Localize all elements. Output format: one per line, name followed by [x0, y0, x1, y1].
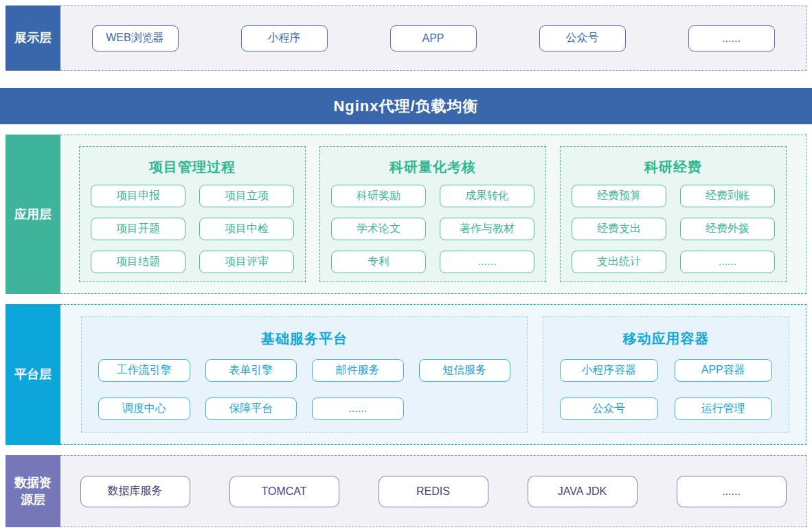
node-java-jdk: JAVA JDK [528, 476, 638, 507]
node-operation-management: 运行管理 [675, 398, 773, 420]
node-form-engine: 表单引擎 [205, 359, 297, 382]
node-database-service: 数据库服务 [80, 476, 190, 507]
node-achievement-transform: 成果转化 [440, 185, 534, 207]
node-mini-program: 小程序 [241, 25, 328, 51]
node-ellipsis: ...... [440, 251, 534, 273]
node-books-textbooks: 著作与教材 [440, 218, 534, 240]
node-workflow-engine: 工作流引擎 [98, 359, 190, 382]
presentation-layer-label: 展示层 [5, 5, 60, 71]
node-expense-statistics: 支出统计 [572, 251, 666, 273]
node-ellipsis: ...... [688, 25, 775, 51]
data-resource-layer-items: 数据库服务 TOMCAT REDIS JAVA JDK ...... [60, 456, 806, 527]
node-project-midcheck: 项目中检 [199, 218, 294, 240]
application-layer-label: 应用层 [5, 135, 60, 294]
group-mobile-container: 移动应用容器 小程序容器 APP容器 公众号 运行管理 [543, 316, 789, 433]
presentation-layer-items: WEB浏览器 小程序 APP 公众号 ...... [60, 6, 806, 70]
group-title: 科研经费 [572, 158, 775, 176]
node-web-browser: WEB浏览器 [92, 25, 179, 51]
node-fund-arrival: 经费到账 [680, 185, 775, 207]
node-project-declare: 项目申报 [91, 185, 185, 207]
node-project-approval: 项目立项 [199, 185, 294, 207]
application-layer-section: 应用层 项目管理过程 项目申报 项目立项 项目开题 项目中检 项目结题 项目评审… [5, 135, 807, 294]
group-title: 项目管理过程 [91, 158, 294, 176]
node-tomcat: TOMCAT [229, 476, 339, 507]
node-ellipsis: ...... [677, 476, 787, 507]
group-basic-services: 基础服务平台 工作流引擎 表单引擎 邮件服务 短信服务 调度中心 保障平台 ..… [81, 316, 528, 433]
group-research-assessment: 科研量化考核 科研奖励 成果转化 学术论文 著作与教材 专利 ...... [319, 146, 546, 282]
node-app-container: APP容器 [675, 359, 773, 382]
group-title: 基础服务平台 [98, 330, 510, 348]
node-research-award: 科研奖励 [331, 185, 426, 207]
node-sms-service: 短信服务 [419, 359, 511, 382]
presentation-layer-section: 展示层 WEB浏览器 小程序 APP 公众号 ...... [5, 5, 807, 71]
node-guarantee-platform: 保障平台 [205, 398, 297, 420]
group-items: 科研奖励 成果转化 学术论文 著作与教材 专利 ...... [331, 185, 534, 273]
node-project-closing: 项目结题 [91, 251, 185, 273]
node-redis: REDIS [379, 476, 488, 507]
architecture-diagram: 展示层 WEB浏览器 小程序 APP 公众号 ...... Nginx代理/负载… [0, 5, 812, 530]
node-fund-transfer: 经费外拨 [680, 218, 775, 240]
node-mail-service: 邮件服务 [312, 359, 404, 382]
node-ellipsis: ...... [312, 398, 404, 420]
node-official-account: 公众号 [539, 25, 626, 51]
node-patent: 专利 [331, 251, 426, 273]
application-layer-groups: 项目管理过程 项目申报 项目立项 项目开题 项目中检 项目结题 项目评审 科研量… [60, 135, 806, 293]
group-items: 经费预算 经费到账 经费支出 经费外拨 支出统计 ...... [572, 185, 775, 273]
node-ellipsis: ...... [680, 251, 775, 273]
nginx-banner: Nginx代理/负载均衡 [0, 88, 812, 124]
group-items: 工作流引擎 表单引擎 邮件服务 短信服务 调度中心 保障平台 ...... [98, 356, 510, 422]
node-academic-paper: 学术论文 [331, 218, 426, 240]
node-official-account: 公众号 [560, 398, 658, 420]
group-title: 科研量化考核 [331, 158, 534, 176]
platform-layer-groups: 基础服务平台 工作流引擎 表单引擎 邮件服务 短信服务 调度中心 保障平台 ..… [60, 305, 806, 444]
platform-layer-label: 平台层 [5, 304, 60, 445]
group-items: 小程序容器 APP容器 公众号 运行管理 [560, 356, 772, 422]
group-project-management: 项目管理过程 项目申报 项目立项 项目开题 项目中检 项目结题 项目评审 [79, 146, 306, 282]
node-app: APP [390, 25, 477, 51]
group-title: 移动应用容器 [560, 330, 772, 348]
group-items: 项目申报 项目立项 项目开题 项目中检 项目结题 项目评审 [91, 185, 294, 273]
node-project-review: 项目评审 [199, 251, 294, 273]
data-resource-layer-label: 数据资源层 [5, 455, 60, 527]
node-project-opening: 项目开题 [91, 218, 185, 240]
node-miniprogram-container: 小程序容器 [560, 359, 658, 382]
platform-layer-section: 平台层 基础服务平台 工作流引擎 表单引擎 邮件服务 短信服务 调度中心 保障平… [5, 304, 807, 445]
node-fund-budget: 经费预算 [572, 185, 666, 207]
group-research-funds: 科研经费 经费预算 经费到账 经费支出 经费外拨 支出统计 ...... [560, 146, 787, 282]
node-dispatch-center: 调度中心 [98, 398, 190, 420]
data-resource-layer-section: 数据资源层 数据库服务 TOMCAT REDIS JAVA JDK ...... [5, 455, 807, 527]
node-fund-expense: 经费支出 [572, 218, 666, 240]
